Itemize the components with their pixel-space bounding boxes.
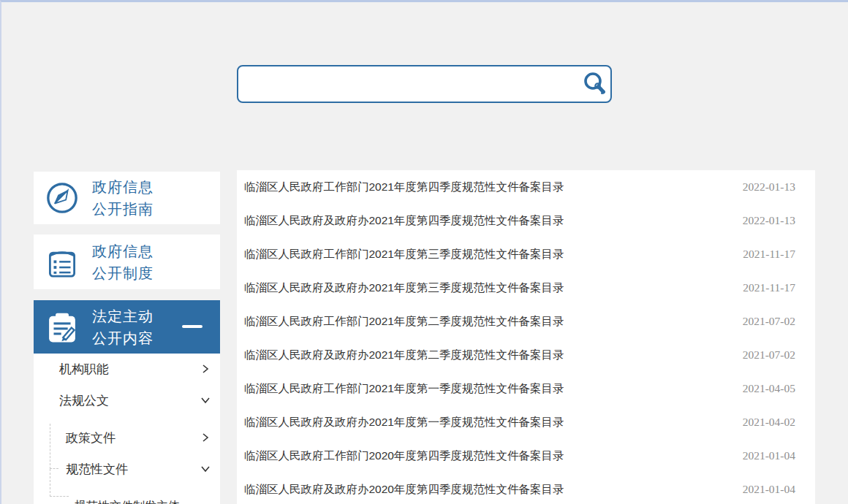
document-title-link[interactable]: 临淄区人民政府工作部门2021年度第三季度规范性文件备案目录 (244, 247, 564, 262)
document-date: 2021-07-02 (743, 348, 795, 362)
sidebar-item-normative-doc-issuers[interactable]: 规范性文件制发主体 (34, 491, 220, 504)
menu-item-label: 法规公文 (59, 392, 109, 409)
nav-label-line2: 公开内容 (92, 327, 154, 349)
list-item[interactable]: 临淄区人民政府工作部门2021年度第二季度规范性文件备案目录 2021-07-0… (237, 305, 815, 338)
list-item[interactable]: 临淄区人民政府及政府办2021年度第一季度规范性文件备案目录 2021-04-0… (237, 405, 815, 439)
sidebar-item-open-system[interactable]: 政府信息 公开制度 (34, 234, 220, 289)
sidebar-item-laws-documents[interactable]: 法规公文 (34, 385, 220, 416)
list-item[interactable]: 临淄区人民政府及政府办2020年度第四季度规范性文件备案目录 2021-01-0… (237, 473, 815, 504)
clipboard-pencil-icon (45, 310, 79, 344)
nav-label-line2: 公开指南 (92, 198, 154, 220)
document-date: 2021-11-17 (743, 281, 795, 294)
list-item[interactable]: 临淄区人民政府及政府办2021年度第四季度规范性文件备案目录 2022-01-1… (237, 204, 815, 237)
nav-label-line1: 政府信息 (92, 176, 154, 198)
list-item[interactable]: 临淄区人民政府及政府办2021年度第三季度规范性文件备案目录 2021-11-1… (237, 271, 815, 305)
document-title-link[interactable]: 临淄区人民政府工作部门2020年度第四季度规范性文件备案目录 (244, 448, 564, 464)
nav-label-line1: 法定主动 (92, 305, 154, 327)
document-date: 2021-07-02 (743, 315, 795, 328)
sidebar: 政府信息 公开指南 政府信息 公开制度 (34, 172, 220, 354)
list-item[interactable]: 临淄区人民政府工作部门2021年度第三季度规范性文件备案目录 2021-11-1… (237, 237, 815, 271)
list-item[interactable]: 临淄区人民政府工作部门2021年度第四季度规范性文件备案目录 2022-01-1… (237, 170, 815, 204)
nav-label-line2: 公开制度 (92, 262, 154, 284)
document-date: 2022-01-13 (743, 214, 795, 227)
compass-icon (45, 181, 79, 215)
document-date: 2021-04-02 (743, 416, 795, 429)
minus-icon (182, 324, 202, 329)
list-item[interactable]: 临淄区人民政府及政府办2021年度第二季度规范性文件备案目录 2021-07-0… (237, 338, 815, 372)
chevron-down-icon (200, 463, 211, 475)
document-date: 2021-01-04 (743, 449, 795, 462)
sidebar-submenu: 机构职能 法规公文 政策文件 规范性文件 规范性文件制发主体 (34, 354, 220, 504)
document-title-link[interactable]: 临淄区人民政府及政府办2020年度第四季度规范性文件备案目录 (244, 482, 564, 497)
document-date: 2021-04-05 (743, 382, 795, 395)
document-date: 2021-11-17 (743, 248, 795, 261)
menu-item-label: 机构职能 (59, 361, 109, 378)
sidebar-item-policy-documents[interactable]: 政策文件 (34, 422, 220, 454)
chevron-right-icon (200, 432, 211, 443)
document-date: 2022-01-13 (743, 180, 795, 194)
nav-label-line1: 政府信息 (92, 240, 154, 262)
document-list: 临淄区人民政府工作部门2021年度第四季度规范性文件备案目录 2022-01-1… (237, 170, 815, 504)
document-title-link[interactable]: 临淄区人民政府及政府办2021年度第二季度规范性文件备案目录 (244, 348, 564, 363)
menu-item-label: 政策文件 (66, 429, 116, 446)
menu-item-label: 规范性文件 (66, 461, 128, 478)
gov-info-disclosure-page: { "page": { "title": "政府信息公开", "colors":… (0, 0, 848, 504)
menu-item-label: 规范性文件制发主体 (75, 499, 180, 504)
list-item[interactable]: 临淄区人民政府工作部门2021年度第一季度规范性文件备案目录 2021-04-0… (237, 372, 815, 405)
document-title-link[interactable]: 临淄区人民政府工作部门2021年度第一季度规范性文件备案目录 (244, 381, 564, 397)
sidebar-item-open-guide[interactable]: 政府信息 公开指南 (34, 172, 220, 224)
sidebar-item-org-functions[interactable]: 机构职能 (34, 354, 220, 385)
search-bar (237, 65, 612, 103)
document-title-link[interactable]: 临淄区人民政府及政府办2021年度第三季度规范性文件备案目录 (244, 280, 564, 296)
document-date: 2021-01-04 (743, 483, 795, 496)
document-title-link[interactable]: 临淄区人民政府工作部门2021年度第二季度规范性文件备案目录 (244, 314, 564, 329)
list-item[interactable]: 临淄区人民政府工作部门2020年度第四季度规范性文件备案目录 2021-01-0… (237, 439, 815, 473)
document-title-link[interactable]: 临淄区人民政府工作部门2021年度第四季度规范性文件备案目录 (244, 180, 564, 195)
chevron-down-icon (200, 394, 211, 406)
search-button[interactable] (578, 66, 610, 102)
document-title-link[interactable]: 临淄区人民政府及政府办2021年度第一季度规范性文件备案目录 (244, 415, 564, 430)
chevron-right-icon (200, 363, 211, 375)
sidebar-item-normative-documents[interactable]: 规范性文件 (34, 454, 220, 485)
search-icon (582, 72, 607, 96)
sidebar-item-statutory-disclosure[interactable]: 法定主动 公开内容 (34, 300, 220, 354)
document-list-panel: 临淄区人民政府工作部门2021年度第四季度规范性文件备案目录 2022-01-1… (237, 170, 815, 504)
book-icon (45, 245, 79, 279)
search-input[interactable] (238, 66, 578, 102)
document-title-link[interactable]: 临淄区人民政府及政府办2021年度第四季度规范性文件备案目录 (244, 213, 564, 229)
